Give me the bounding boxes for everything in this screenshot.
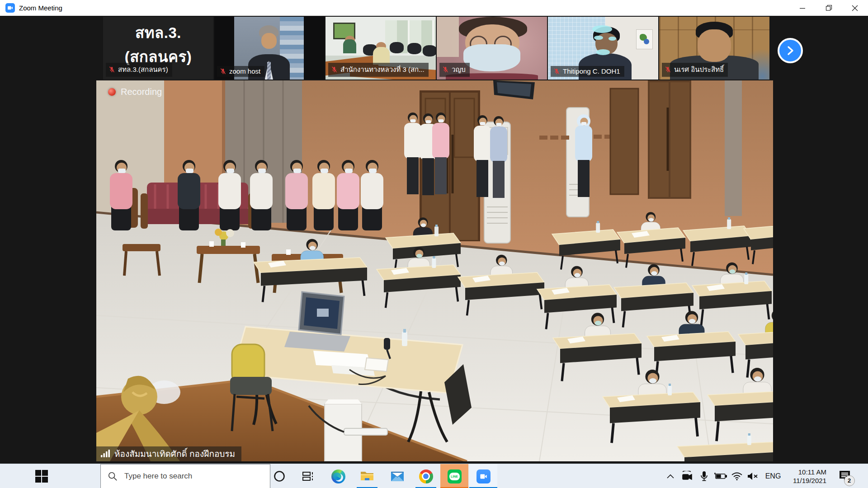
zoom-camera-icon xyxy=(5,3,15,13)
tray-wifi-indicator[interactable] xyxy=(729,464,745,488)
close-button[interactable] xyxy=(842,0,868,16)
windows-logo-icon xyxy=(35,469,48,483)
mic-muted-icon xyxy=(108,66,115,73)
zoom-icon xyxy=(476,469,491,483)
edge-button[interactable] xyxy=(324,464,352,488)
tray-show-hidden-button[interactable] xyxy=(664,464,677,488)
tray-microphone-indicator[interactable] xyxy=(696,464,712,488)
participant-label: Thitipong C. DOH1 xyxy=(551,66,624,77)
participant-thumb-3[interactable]: สำนักงานทางหลวงที่ 3 (สก... xyxy=(326,17,436,80)
participant-label: วญบ xyxy=(439,63,470,77)
chrome-button[interactable] xyxy=(412,464,440,488)
recording-indicator: Recording xyxy=(108,87,162,97)
task-view-button[interactable] xyxy=(294,464,322,488)
mail-icon xyxy=(390,469,405,483)
participant-thumb-6[interactable]: นเรศ อินประสิทธิ์ xyxy=(659,17,769,80)
battery-charging-icon xyxy=(714,472,727,480)
recording-text: Recording xyxy=(121,87,162,97)
mic-muted-icon xyxy=(220,68,226,75)
restore-button[interactable] xyxy=(816,0,842,16)
recording-dot-icon xyxy=(108,88,116,96)
participant-thumb-4[interactable]: วญบ xyxy=(437,17,547,80)
microphone-icon xyxy=(700,471,708,482)
cortana-icon xyxy=(274,470,285,482)
mic-muted-icon xyxy=(665,66,671,73)
active-speaker-label: ห้องสัมมนาเทิดศักดิ์ กองฝึกอบรม xyxy=(96,446,241,461)
zoom-meeting-content: สทล.3.(สกลนคร) สทล.3.(สกลนคร) zoom host xyxy=(0,16,868,464)
tray-volume-indicator[interactable] xyxy=(745,464,761,488)
minimize-button[interactable] xyxy=(789,0,816,16)
participant-thumb-5[interactable]: Thitipong C. DOH1 xyxy=(548,17,658,80)
search-icon xyxy=(108,471,118,481)
main-speaker-video: Recording ห้องสัมมนาเทิดศักดิ์ กองฝึกอบร… xyxy=(96,80,773,461)
tray-language-switcher[interactable]: ENG xyxy=(764,464,783,488)
mail-button[interactable] xyxy=(383,464,411,488)
line-button[interactable]: LINE xyxy=(440,464,468,488)
tray-time: 10:11 AM xyxy=(798,468,826,476)
file-explorer-button[interactable] xyxy=(353,464,381,488)
next-participants-button[interactable] xyxy=(778,38,803,63)
participant-card-text: สทล.3.(สกลนคร) xyxy=(103,20,213,68)
wifi-icon xyxy=(731,472,742,481)
chevron-right-icon xyxy=(785,45,796,56)
participant-label: สำนักงานทางหลวงที่ 3 (สก... xyxy=(328,63,429,77)
task-view-icon xyxy=(302,470,314,483)
search-input[interactable] xyxy=(123,471,259,481)
desktop: Zoom Meeting สทล.3.(สกลนคร) สทล.3.(สกลนค… xyxy=(0,0,868,488)
tray-battery-indicator[interactable] xyxy=(712,464,729,488)
speaker-muted-icon xyxy=(747,472,758,481)
line-icon: LINE xyxy=(448,469,462,483)
action-center-button[interactable]: 2 xyxy=(835,464,854,488)
mic-muted-icon xyxy=(553,68,560,75)
cortana-button[interactable] xyxy=(265,464,293,488)
participant-label: zoom host xyxy=(217,66,264,77)
windows-taskbar: LINE ENG 10:11 AM xyxy=(0,464,868,488)
taskbar-search[interactable] xyxy=(100,464,270,488)
participant-thumb-1[interactable]: สทล.3.(สกลนคร) สทล.3.(สกลนคร) xyxy=(103,17,213,80)
signal-bars-icon xyxy=(101,449,110,458)
tray-date: 11/19/2021 xyxy=(793,476,826,485)
start-button[interactable] xyxy=(28,464,56,488)
participant-thumb-2[interactable]: zoom host xyxy=(214,17,325,80)
tray-clock[interactable]: 10:11 AM 11/19/2021 xyxy=(788,464,826,488)
notification-count-badge: 2 xyxy=(844,475,855,486)
mic-muted-icon xyxy=(331,66,338,73)
camera-in-use-icon xyxy=(681,471,693,482)
chevron-up-icon xyxy=(667,474,674,479)
edge-icon xyxy=(331,469,345,483)
seminar-room-scene xyxy=(96,80,773,461)
zoom-taskbar-button[interactable] xyxy=(469,464,497,488)
chrome-icon xyxy=(419,469,433,483)
participant-label: สทล.3.(สกลนคร) xyxy=(106,63,172,77)
tray-camera-indicator[interactable] xyxy=(678,464,695,488)
participant-label: นเรศ อินประสิทธิ์ xyxy=(662,63,728,77)
mic-muted-icon xyxy=(442,66,449,73)
file-explorer-icon xyxy=(360,469,374,483)
zoom-titlebar: Zoom Meeting xyxy=(0,0,868,16)
window-title: Zoom Meeting xyxy=(19,4,62,12)
